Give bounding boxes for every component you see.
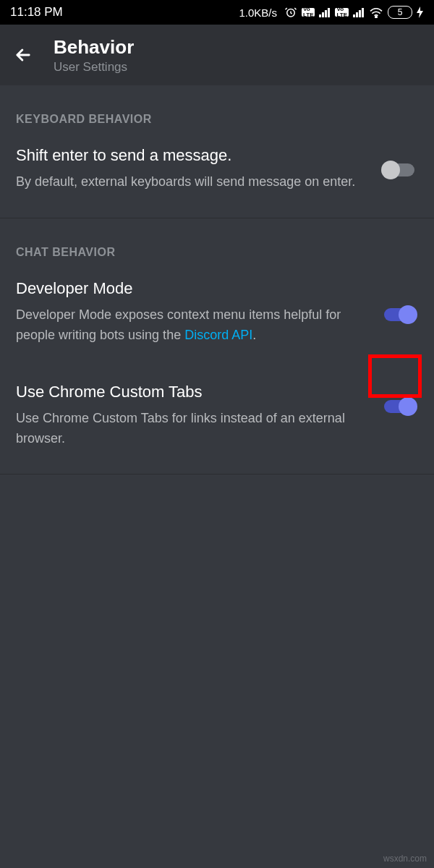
status-time: 11:18 PM — [10, 5, 63, 20]
setting-developer-mode[interactable]: Developer Mode Developer Mode exposes co… — [0, 276, 434, 365]
setting-desc-dev-mode: Developer Mode exposes context menu item… — [16, 305, 366, 346]
status-bar: 11:18 PM 1.0KB/s VoLTE VoLTE 5 — [0, 0, 434, 25]
section-header-chat: CHAT BEHAVIOR — [0, 218, 434, 276]
setting-chrome-tabs[interactable]: Use Chrome Custom Tabs Use Chrome Custom… — [0, 365, 434, 469]
status-icons: 1.0KB/s VoLTE VoLTE 5 — [239, 6, 424, 19]
back-button[interactable] — [13, 45, 33, 65]
toggle-developer-mode[interactable] — [384, 308, 414, 321]
volte-icon-1: VoLTE — [302, 8, 315, 17]
svg-rect-3 — [325, 10, 327, 17]
svg-rect-1 — [319, 14, 321, 17]
app-header: Behavior User Settings — [0, 25, 434, 85]
svg-rect-2 — [322, 12, 324, 17]
setting-desc-chrome-tabs: Use Chrome Custom Tabs for links instead… — [16, 409, 366, 449]
battery-icon: 5 — [388, 6, 412, 19]
section-header-keyboard: KEYBOARD BEHAVIOR — [0, 85, 434, 143]
setting-shift-enter[interactable]: Shift enter to send a message. By defaul… — [0, 143, 434, 212]
status-net-speed: 1.0KB/s — [239, 7, 277, 19]
wifi-icon — [369, 7, 383, 18]
battery-level: 5 — [398, 7, 403, 17]
alarm-icon — [284, 6, 297, 19]
page-subtitle: User Settings — [54, 60, 134, 75]
svg-rect-5 — [353, 14, 355, 17]
setting-title-shift-enter: Shift enter to send a message. — [16, 146, 366, 165]
link-discord-api[interactable]: Discord API — [184, 328, 252, 342]
setting-desc-shift-enter: By default, external keyboards will send… — [16, 172, 366, 192]
svg-rect-8 — [362, 8, 364, 17]
svg-rect-6 — [356, 12, 358, 17]
charging-icon — [417, 7, 424, 18]
svg-point-9 — [375, 16, 377, 17]
setting-title-dev-mode: Developer Mode — [16, 279, 366, 298]
toggle-shift-enter[interactable] — [384, 163, 414, 176]
toggle-chrome-tabs[interactable] — [384, 400, 414, 413]
signal-icon-2 — [353, 7, 365, 17]
svg-rect-7 — [359, 10, 361, 17]
divider — [0, 474, 434, 475]
page-title: Behavior — [54, 36, 134, 59]
volte-icon-2: VoLTE — [335, 8, 349, 17]
setting-title-chrome-tabs: Use Chrome Custom Tabs — [16, 383, 366, 401]
signal-icon-1 — [319, 7, 331, 17]
watermark: wsxdn.com — [383, 854, 427, 864]
svg-rect-4 — [328, 8, 330, 17]
